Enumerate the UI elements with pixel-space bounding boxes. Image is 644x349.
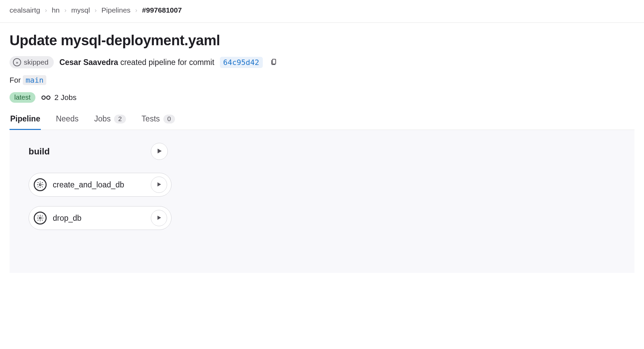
breadcrumb-item[interactable]: mysql xyxy=(71,6,90,14)
svg-point-4 xyxy=(39,184,41,186)
manual-job-icon xyxy=(34,178,47,191)
stages-icon xyxy=(42,94,51,101)
stage-header: build xyxy=(29,143,615,160)
job-name: drop_db xyxy=(53,214,145,223)
breadcrumb-item[interactable]: hn xyxy=(52,6,60,14)
chevron-right-icon: › xyxy=(45,7,47,14)
tab-count: 0 xyxy=(163,115,175,123)
skipped-icon: » xyxy=(13,58,21,66)
branch-row: For main xyxy=(10,76,634,85)
tab-tests[interactable]: Tests 0 xyxy=(141,114,176,130)
manual-job-icon xyxy=(34,212,47,225)
run-job-button[interactable] xyxy=(151,210,167,226)
copy-commit-button[interactable] xyxy=(268,56,279,68)
status-badge[interactable]: » skipped xyxy=(10,56,54,68)
author-name[interactable]: Cesar Saavedra xyxy=(59,58,118,67)
job-pill[interactable]: drop_db xyxy=(29,206,172,230)
tabs: Pipeline Needs Jobs 2 Tests 0 xyxy=(10,114,634,130)
play-icon xyxy=(157,215,161,221)
commit-link[interactable]: 64c95d42 xyxy=(220,57,263,68)
breadcrumb-item[interactable]: Pipelines xyxy=(101,6,130,14)
svg-point-2 xyxy=(47,96,50,99)
branch-link[interactable]: main xyxy=(23,75,46,85)
run-job-button[interactable] xyxy=(151,177,167,193)
pipeline-author-text: Cesar Saavedra created pipeline for comm… xyxy=(59,58,214,67)
play-icon xyxy=(157,182,161,188)
pipeline-info-row: latest 2 Jobs xyxy=(10,92,634,103)
run-stage-button[interactable] xyxy=(151,143,168,160)
tab-count: 2 xyxy=(114,115,126,123)
play-icon xyxy=(157,148,162,155)
pipeline-graph: build create_and_load_db drop_db xyxy=(10,130,634,273)
svg-point-6 xyxy=(39,217,41,219)
clipboard-icon xyxy=(270,58,278,67)
breadcrumb: cealsairtg › hn › mysql › Pipelines › #9… xyxy=(0,0,644,23)
pipeline-meta: » skipped Cesar Saavedra created pipelin… xyxy=(10,56,634,68)
svg-marker-7 xyxy=(158,215,161,219)
chevron-right-icon: › xyxy=(95,7,97,14)
svg-rect-0 xyxy=(272,59,276,64)
svg-marker-5 xyxy=(158,182,161,186)
page-title: Update mysql-deployment.yaml xyxy=(10,32,634,49)
stage-name[interactable]: build xyxy=(29,146,143,157)
job-pill[interactable]: create_and_load_db xyxy=(29,173,172,197)
svg-marker-3 xyxy=(158,149,162,153)
svg-point-1 xyxy=(42,96,45,99)
breadcrumb-current: #997681007 xyxy=(142,6,182,14)
latest-badge: latest xyxy=(10,92,35,103)
job-name: create_and_load_db xyxy=(53,180,145,189)
tab-pipeline[interactable]: Pipeline xyxy=(10,114,41,130)
chevron-right-icon: › xyxy=(135,7,137,14)
status-label: skipped xyxy=(24,58,48,66)
breadcrumb-item[interactable]: cealsairtg xyxy=(10,6,40,14)
tab-needs[interactable]: Needs xyxy=(55,114,79,130)
jobs-count: 2 Jobs xyxy=(42,93,77,102)
tab-jobs[interactable]: Jobs 2 xyxy=(94,114,127,130)
chevron-right-icon: › xyxy=(64,7,66,14)
